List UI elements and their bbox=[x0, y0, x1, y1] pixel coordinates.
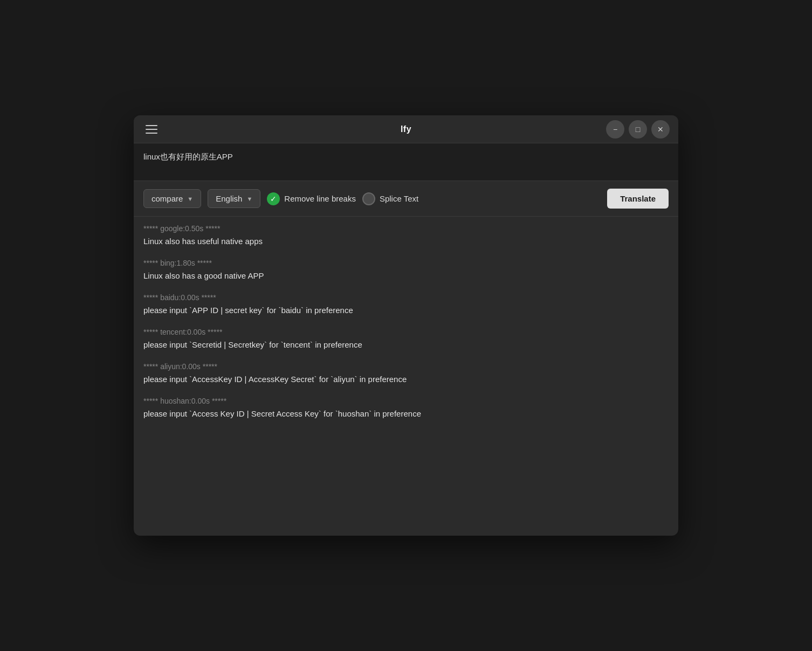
result-text-2: please input `APP ID | secret key` for `… bbox=[143, 304, 669, 317]
result-block-1: ***** bing:1.80s ***** Linux also has a … bbox=[143, 259, 669, 282]
compare-chevron-icon: ▼ bbox=[187, 196, 193, 202]
remove-linebreaks-group[interactable]: ✓ Remove line breaks bbox=[267, 192, 356, 205]
result-label-2: ***** baidu:0.00s ***** bbox=[143, 293, 669, 302]
menu-line-2 bbox=[146, 129, 157, 130]
result-text-5: please input `Access Key ID | Secret Acc… bbox=[143, 407, 669, 420]
app-window: lfy − □ ✕ linux也有好用的原生APP compare ▼ Engl… bbox=[134, 115, 678, 536]
remove-linebreaks-label: Remove line breaks bbox=[284, 194, 356, 203]
result-block-3: ***** tencent:0.00s ***** please input `… bbox=[143, 328, 669, 351]
results-area: ***** google:0.50s ***** Linux also has … bbox=[134, 217, 678, 439]
result-block-2: ***** baidu:0.00s ***** please input `AP… bbox=[143, 293, 669, 317]
result-block-0: ***** google:0.50s ***** Linux also has … bbox=[143, 224, 669, 248]
result-label-5: ***** huoshan:0.00s ***** bbox=[143, 397, 669, 405]
menu-icon[interactable] bbox=[142, 122, 161, 137]
result-block-5: ***** huoshan:0.00s ***** please input `… bbox=[143, 397, 669, 420]
result-text-1: Linux also has a good native APP bbox=[143, 269, 669, 282]
menu-line-1 bbox=[146, 125, 157, 126]
result-text-3: please input `Secretid | Secretkey` for … bbox=[143, 338, 669, 351]
language-chevron-icon: ▼ bbox=[246, 196, 252, 202]
translate-button[interactable]: Translate bbox=[607, 189, 669, 209]
toolbar: compare ▼ English ▼ ✓ Remove line breaks… bbox=[134, 181, 678, 217]
language-label: English bbox=[216, 194, 242, 203]
titlebar-left bbox=[142, 122, 161, 137]
close-button[interactable]: ✕ bbox=[651, 120, 670, 138]
result-label-4: ***** aliyun:0.00s ***** bbox=[143, 362, 669, 371]
splice-text-checkbox[interactable] bbox=[362, 192, 375, 205]
splice-text-group[interactable]: Splice Text bbox=[362, 192, 418, 205]
result-text-0: Linux also has useful native apps bbox=[143, 235, 669, 248]
splice-text-label: Splice Text bbox=[380, 194, 418, 203]
result-label-3: ***** tencent:0.00s ***** bbox=[143, 328, 669, 336]
compare-dropdown[interactable]: compare ▼ bbox=[143, 189, 201, 208]
menu-line-3 bbox=[146, 133, 157, 134]
titlebar: lfy − □ ✕ bbox=[134, 115, 678, 143]
maximize-button[interactable]: □ bbox=[629, 120, 647, 138]
input-text[interactable]: linux也有好用的原生APP bbox=[143, 151, 669, 163]
app-title: lfy bbox=[401, 124, 411, 134]
window-controls: − □ ✕ bbox=[606, 120, 670, 138]
result-label-1: ***** bing:1.80s ***** bbox=[143, 259, 669, 267]
result-block-4: ***** aliyun:0.00s ***** please input `A… bbox=[143, 362, 669, 386]
language-dropdown[interactable]: English ▼ bbox=[208, 189, 260, 208]
input-area[interactable]: linux也有好用的原生APP bbox=[134, 143, 678, 181]
minimize-button[interactable]: − bbox=[606, 120, 624, 138]
compare-label: compare bbox=[152, 194, 183, 203]
result-label-0: ***** google:0.50s ***** bbox=[143, 224, 669, 233]
remove-linebreaks-checkbox[interactable]: ✓ bbox=[267, 192, 280, 205]
result-text-4: please input `AccessKey ID | AccessKey S… bbox=[143, 373, 669, 386]
